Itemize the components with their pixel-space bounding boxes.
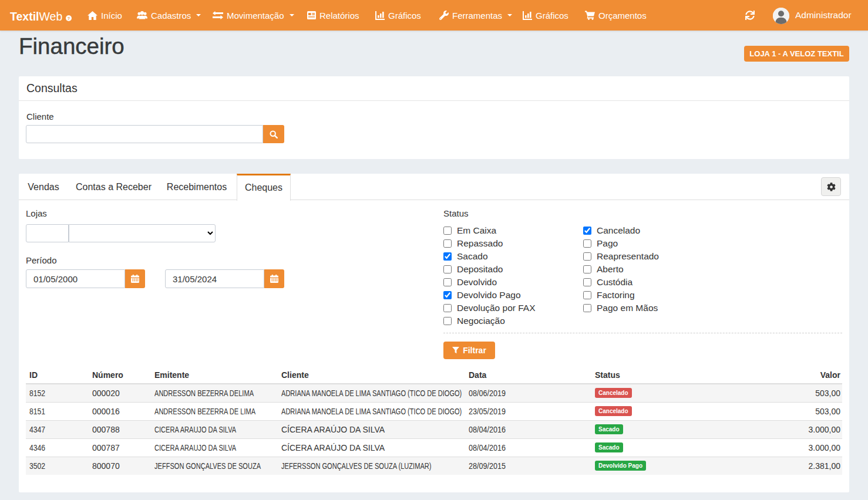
svg-text:?: ? [67,16,69,21]
